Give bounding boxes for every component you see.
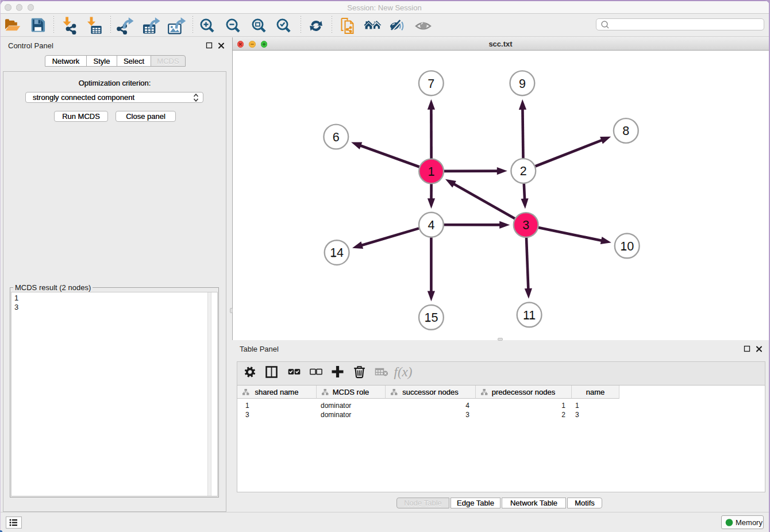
svg-text:f(x): f(x) [394, 365, 413, 379]
svg-text:11: 11 [523, 309, 536, 322]
svg-text:7: 7 [428, 77, 434, 91]
svg-text:14: 14 [330, 246, 344, 260]
svg-text:9: 9 [519, 77, 526, 91]
svg-text:15: 15 [424, 311, 438, 325]
svg-text:10: 10 [620, 240, 634, 253]
svg-text:6: 6 [333, 130, 340, 144]
svg-text:4: 4 [428, 218, 434, 232]
svg-text:1: 1 [428, 165, 435, 179]
svg-text:8: 8 [622, 124, 629, 138]
svg-text:2: 2 [520, 164, 527, 178]
svg-text:3: 3 [522, 218, 529, 232]
